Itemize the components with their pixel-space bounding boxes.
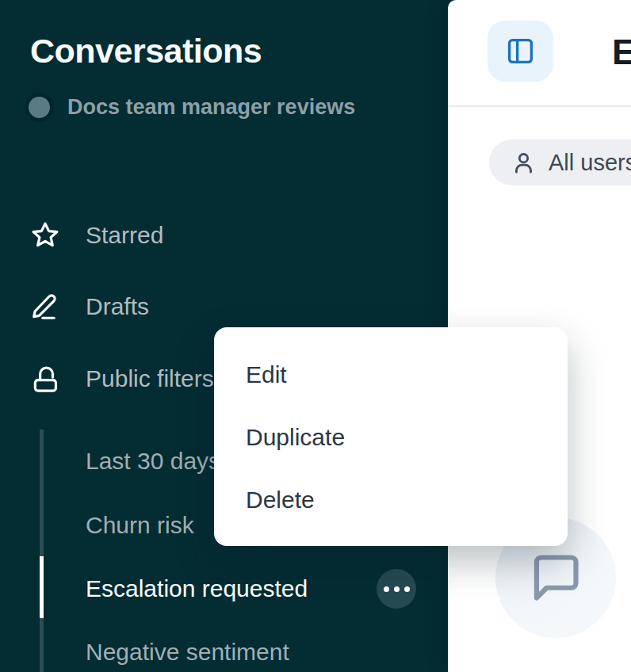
all-users-filter-chip[interactable]: All users <box>489 139 631 185</box>
filter-more-options-button[interactable] <box>377 569 416 609</box>
sidebar-item-starred[interactable]: Starred <box>30 210 163 261</box>
filter-item-escalation-requested[interactable]: Escalation requested <box>86 565 308 613</box>
person-icon <box>511 151 536 175</box>
chat-bubble-icon <box>529 551 583 605</box>
filter-item-last-30-days[interactable]: Last 30 days <box>86 437 220 485</box>
menu-item-delete[interactable]: Delete <box>214 468 568 531</box>
app-window: Conversations Docs team manager reviews … <box>0 0 631 672</box>
active-filter-indicator <box>40 556 44 618</box>
menu-item-duplicate[interactable]: Duplicate <box>214 406 568 468</box>
view-status-dot <box>29 97 50 118</box>
page-title: Conversations <box>30 32 262 71</box>
unlock-icon <box>30 364 60 394</box>
panel-left-icon <box>506 36 535 66</box>
menu-item-edit[interactable]: Edit <box>214 343 568 406</box>
sidebar-item-label: Public filters <box>86 365 214 392</box>
filter-chip-label: All users <box>549 150 631 176</box>
filter-label: Escalation requested <box>86 575 308 602</box>
conversation-view-heading: E <box>612 32 631 73</box>
filter-label: Last 30 days <box>86 448 220 475</box>
filter-item-negative-sentiment[interactable]: Negative sentiment <box>86 628 289 672</box>
pencil-icon <box>30 292 60 322</box>
sidebar-item-public-filters[interactable]: Public filters <box>30 353 214 404</box>
filter-item-churn-risk[interactable]: Churn risk <box>86 502 194 549</box>
sidebar-toggle-button[interactable] <box>488 21 553 82</box>
menu-item-label: Edit <box>246 361 287 388</box>
filter-tree-line <box>40 430 44 672</box>
current-view-row: Docs team manager reviews <box>29 95 355 120</box>
star-icon <box>30 220 60 250</box>
sidebar-item-label: Starred <box>86 222 163 249</box>
sidebar-item-drafts[interactable]: Drafts <box>30 281 149 332</box>
current-view-label: Docs team manager reviews <box>67 95 355 120</box>
header-divider <box>448 105 631 107</box>
sidebar-item-label: Drafts <box>86 293 149 320</box>
menu-item-label: Delete <box>246 487 315 514</box>
filter-context-menu: Edit Duplicate Delete <box>214 327 568 546</box>
filter-label: Churn risk <box>86 512 194 539</box>
menu-item-label: Duplicate <box>246 424 345 451</box>
filter-label: Negative sentiment <box>86 639 289 666</box>
ellipsis-icon <box>384 586 389 592</box>
